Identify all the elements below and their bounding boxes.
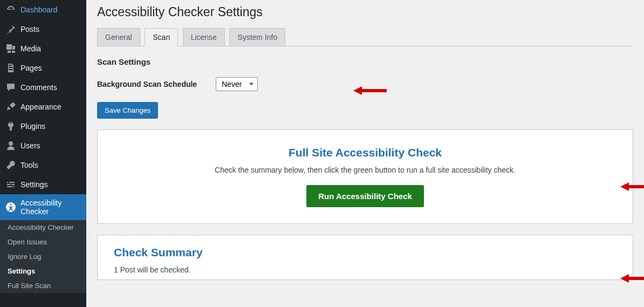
tabs-nav: General Scan License System Info (97, 28, 633, 46)
sidebar-submenu: Accessibility Checker Open Issues Ignore… (0, 220, 86, 293)
pin-icon (5, 24, 16, 35)
tools-icon (5, 160, 16, 170)
sidebar-item-dashboard[interactable]: Dashboard (0, 0, 86, 19)
sidebar-item-label: Pages (20, 64, 42, 72)
pages-icon (5, 63, 16, 73)
tab-license[interactable]: License (183, 28, 225, 46)
run-accessibility-check-button[interactable]: Run Accessibility Check (306, 185, 424, 207)
plugin-icon (5, 121, 16, 132)
sidebar-item-label: Settings (20, 180, 48, 189)
tab-scan[interactable]: Scan (145, 28, 178, 46)
sidebar-item-label: Users (20, 141, 40, 150)
sidebar-item-label: Appearance (20, 103, 61, 111)
scan-schedule-row: Background Scan Schedule Never (97, 77, 633, 91)
submenu-item-full-site-scan[interactable]: Full Site Scan (0, 278, 86, 293)
sidebar-item-appearance[interactable]: Appearance (0, 97, 86, 117)
users-icon (5, 140, 16, 151)
tab-general[interactable]: General (97, 28, 140, 46)
svg-point-1 (10, 204, 12, 206)
main-content: Accessibility Checker Settings General S… (86, 0, 644, 307)
sidebar-item-pages[interactable]: Pages (0, 58, 86, 78)
sidebar-item-tools[interactable]: Tools (0, 155, 86, 175)
dashboard-icon (5, 4, 16, 15)
sidebar-item-label: Comments (20, 83, 57, 92)
submenu-item-accessibility-checker[interactable]: Accessibility Checker (0, 220, 86, 235)
comments-icon (5, 82, 16, 93)
scan-settings-heading: Scan Settings (97, 57, 633, 66)
full-site-check-card: Full Site Accessibility Check Check the … (97, 129, 633, 224)
sidebar-item-label: Accessibility Checker (20, 199, 82, 216)
sidebar-item-label: Posts (20, 25, 39, 33)
scan-schedule-label: Background Scan Schedule (97, 80, 216, 88)
sidebar-item-media[interactable]: Media (0, 39, 86, 58)
save-changes-button[interactable]: Save Changes (97, 102, 158, 119)
tab-system-info[interactable]: System Info (229, 28, 285, 46)
full-site-check-description: Check the summary below, then click the … (114, 166, 616, 174)
media-icon (5, 43, 16, 54)
submenu-item-settings[interactable]: Settings (0, 264, 86, 278)
appearance-icon (5, 101, 16, 112)
submenu-item-ignore-log[interactable]: Ignore Log (0, 249, 86, 264)
sidebar-item-settings[interactable]: Settings (0, 175, 86, 194)
scan-schedule-select[interactable]: Never (216, 77, 258, 91)
sidebar-item-label: Dashboard (20, 5, 58, 14)
page-title: Accessibility Checker Settings (97, 0, 633, 22)
sidebar-item-posts[interactable]: Posts (0, 19, 86, 39)
check-summary-card: Check Summary 1 Post will be checked. (97, 235, 633, 280)
full-site-check-title: Full Site Accessibility Check (114, 146, 616, 159)
check-summary-text: 1 Post will be checked. (114, 265, 616, 274)
sidebar-item-label: Plugins (20, 122, 45, 131)
sidebar-item-users[interactable]: Users (0, 136, 86, 155)
settings-icon (5, 179, 16, 190)
sidebar-item-label: Media (20, 44, 41, 53)
check-summary-title: Check Summary (114, 246, 616, 259)
sidebar-item-plugins[interactable]: Plugins (0, 117, 86, 136)
sidebar-item-comments[interactable]: Comments (0, 78, 86, 97)
submenu-item-open-issues[interactable]: Open Issues (0, 235, 86, 249)
sidebar-item-label: Tools (20, 161, 38, 169)
admin-sidebar: Dashboard Posts Media Pages Comments App… (0, 0, 86, 307)
sidebar-item-accessibility-checker[interactable]: Accessibility Checker (0, 194, 86, 220)
accessibility-icon (5, 202, 16, 213)
